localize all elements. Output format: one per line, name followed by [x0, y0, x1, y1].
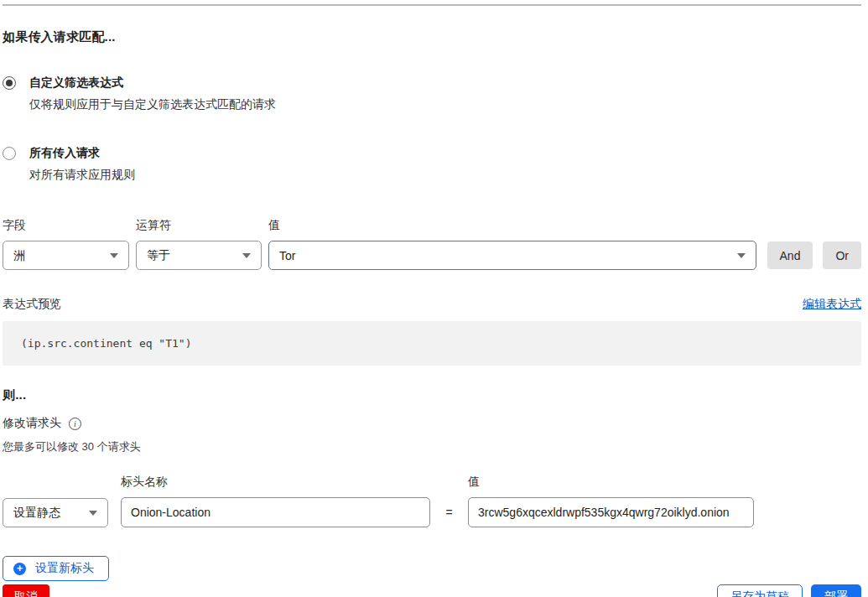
equals-sign: =: [430, 506, 468, 527]
condition-builder-row: 字段 洲 运算符 等于 值 Tor And Or: [3, 218, 861, 270]
chevron-down-icon: [737, 253, 746, 258]
headers-limit-note: 您最多可以修改 30 个请求头: [3, 439, 861, 454]
or-button[interactable]: Or: [823, 241, 861, 269]
match-option-all-requests[interactable]: 所有传入请求 对所有请求应用规则: [3, 146, 861, 183]
header-operation-select[interactable]: 设置静态: [3, 498, 108, 527]
footer-actions: 取消 另存为草稿 部署: [3, 584, 861, 597]
operator-select[interactable]: 等于: [136, 241, 262, 270]
match-option-label: 所有传入请求: [29, 146, 135, 161]
header-operation-value: 设置静态: [13, 506, 60, 521]
modify-headers-title: 修改请求头: [3, 416, 61, 431]
value-select[interactable]: Tor: [268, 241, 756, 270]
expression-preview-label: 表达式预览: [3, 297, 61, 312]
expression-preview-header: 表达式预览 编辑表达式: [3, 297, 861, 312]
top-divider: [3, 4, 861, 6]
if-section-heading: 如果传入请求匹配...: [3, 29, 861, 45]
edit-expression-link[interactable]: 编辑表达式: [803, 297, 861, 312]
match-option-label: 自定义筛选表达式: [29, 75, 276, 91]
chevron-down-icon: [89, 511, 97, 516]
radio-dot: [6, 80, 13, 86]
header-name-input[interactable]: [121, 497, 430, 527]
add-header-button[interactable]: + 设置新标头: [3, 556, 109, 581]
match-option-description: 仅将规则应用于与自定义筛选表达式匹配的请求: [29, 97, 276, 112]
header-name-label: 标头名称: [121, 475, 430, 490]
radio-selected-icon[interactable]: [3, 76, 16, 90]
info-icon[interactable]: i: [69, 418, 81, 430]
add-header-button-label: 设置新标头: [35, 561, 94, 576]
header-value-label: 值: [468, 475, 754, 490]
expression-code: (ip.src.continent eq "T1"): [21, 337, 192, 350]
operator-select-value: 等于: [147, 248, 170, 263]
header-editor-row: 设置静态 标头名称 = 值: [3, 475, 861, 527]
save-draft-button[interactable]: 另存为草稿: [717, 584, 803, 597]
then-section-heading: 则...: [3, 387, 861, 403]
chevron-down-icon: [110, 253, 118, 258]
operator-label: 运算符: [136, 218, 262, 233]
and-button[interactable]: And: [767, 241, 813, 269]
match-option-custom-expression[interactable]: 自定义筛选表达式 仅将规则应用于与自定义筛选表达式匹配的请求: [3, 75, 861, 112]
radio-unselected-icon[interactable]: [3, 147, 16, 160]
rule-editor: 如果传入请求匹配... 自定义筛选表达式 仅将规则应用于与自定义筛选表达式匹配的…: [0, 4, 865, 597]
expression-code-block: (ip.src.continent eq "T1"): [3, 321, 861, 366]
cancel-button[interactable]: 取消: [3, 584, 49, 597]
plus-icon: +: [13, 563, 26, 575]
value-select-value: Tor: [279, 249, 295, 262]
field-label: 字段: [3, 218, 129, 233]
chevron-down-icon: [242, 253, 251, 258]
value-label: 值: [268, 218, 756, 233]
field-select-value: 洲: [13, 248, 25, 263]
match-option-description: 对所有请求应用规则: [29, 168, 135, 183]
field-select[interactable]: 洲: [3, 241, 129, 270]
deploy-button[interactable]: 部署: [811, 584, 861, 597]
header-value-input[interactable]: [468, 497, 754, 527]
